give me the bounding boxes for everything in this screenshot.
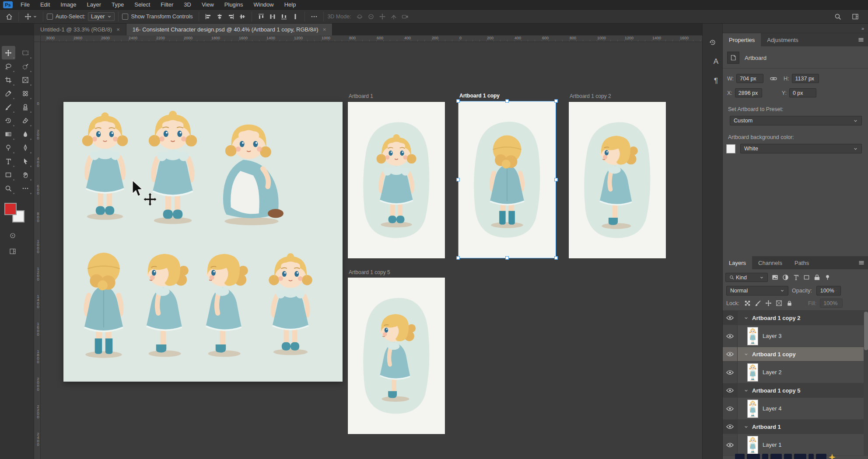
layer-name[interactable]: Layer 1 [763,442,781,448]
filter-shape-layers-button[interactable] [803,274,810,281]
layer-name[interactable]: Artboard 1 copy 2 [752,315,801,321]
menu-item[interactable]: File [15,0,35,10]
opacity-field[interactable]: 100% [816,286,841,296]
rectangular-marquee-tool[interactable] [19,46,32,59]
lock-image-pixels-button[interactable] [755,300,761,306]
align-right-edges-button[interactable] [225,12,237,21]
auto-select-checkbox[interactable] [47,14,53,20]
layer-thumbnail[interactable] [747,363,758,382]
auto-select-target-dropdown[interactable]: Layer [88,12,115,21]
visibility-eye-icon[interactable] [723,398,738,419]
filter-adjustment-layers-button[interactable] [782,274,789,281]
healing-brush-tool[interactable] [19,87,32,100]
character-panel[interactable]: A [706,55,719,68]
quick-selection-tool[interactable] [19,59,32,73]
menu-item[interactable]: Help [279,0,301,10]
3d-pan-button[interactable] [377,12,388,21]
history-brush-tool[interactable] [2,114,15,127]
lasso-tool[interactable] [2,59,15,73]
menu-item[interactable]: Select [129,0,155,10]
artboard-bg-color-swatch[interactable] [726,144,735,153]
layer-row[interactable]: Artboard 1 copy 2 [723,311,864,325]
panel-tab[interactable]: Adjustments [761,33,805,46]
layer-row[interactable]: Layer 4 [723,398,864,420]
distribute-top-edges-button[interactable] [256,12,267,21]
collapse-panels-icon[interactable]: » [861,26,864,31]
transform-handle[interactable] [554,178,558,181]
layer-row[interactable]: Artboard 1 copy 5 [723,383,864,398]
pen-tool[interactable] [19,141,32,154]
layer-name[interactable]: Layer 4 [763,405,781,412]
transform-handle[interactable] [554,256,558,260]
menu-item[interactable]: Window [248,0,279,10]
search-icon[interactable] [832,12,844,21]
scrollbar-thumb[interactable] [864,312,868,350]
filter-smart-objects-button[interactable] [814,274,820,281]
menu-item[interactable]: Type [106,0,129,10]
layer-name[interactable]: Artboard 1 [752,424,781,430]
layer-name[interactable]: Layer 3 [763,333,781,339]
align-left-edges-button[interactable] [203,12,214,21]
menu-item[interactable]: Filter [155,0,178,10]
layer-row[interactable]: Layer 3 [723,325,864,347]
home-button[interactable] [4,12,15,21]
artboard-label[interactable]: Artboard 1 copy 2 [570,93,611,99]
transform-handle[interactable] [505,256,509,260]
layer-name[interactable]: Layer 2 [763,369,781,376]
3d-slide-button[interactable] [388,12,399,21]
panel-menu-icon[interactable] [858,259,865,266]
chevron-down-icon[interactable] [744,424,749,429]
move-tool-preset[interactable] [22,12,39,21]
visibility-eye-icon[interactable] [723,383,738,397]
panel-tab[interactable]: Properties [723,33,761,46]
layer-thumbnail[interactable] [747,327,758,345]
clone-stamp-tool[interactable] [19,100,32,114]
screen-mode-button[interactable] [7,246,18,257]
align-horizontal-centers-button[interactable] [214,12,225,21]
lock-position-button[interactable] [765,300,772,306]
dodge-tool[interactable] [2,141,15,154]
rectangle-tool[interactable] [2,168,15,181]
artboard-1-copy-5[interactable] [348,278,445,434]
type-tool[interactable] [2,154,15,168]
transform-handle[interactable] [456,256,460,260]
more-align-options-button[interactable] [308,12,320,21]
menu-item[interactable]: Plugins [219,0,248,10]
transform-handle[interactable] [554,99,558,103]
artboard-label[interactable]: Artboard 1 [349,93,373,99]
layer-name[interactable]: Artboard 1 copy [752,351,796,358]
artboard-label[interactable]: Artboard 1 copy 5 [349,269,390,275]
history-panel[interactable] [706,36,719,49]
y-field[interactable]: 0 px [789,88,816,97]
align-vertical-centers-button[interactable] [237,12,248,21]
transform-handle[interactable] [505,99,509,103]
artboard-preset-dropdown[interactable]: Custom [730,116,862,125]
brush-tool[interactable] [2,100,15,114]
layer-filter-dropdown[interactable]: Kind [725,273,768,282]
transform-handle[interactable] [456,99,460,103]
distribute-bottom-edges-button[interactable] [278,12,290,21]
artboard-label[interactable]: Artboard 1 copy [459,93,500,99]
move-tool[interactable] [2,46,15,59]
lock-artboard-nesting-button[interactable] [776,300,782,306]
filter-pixel-layers-button[interactable] [772,274,778,281]
foreground-color-swatch[interactable] [4,203,17,215]
menu-item[interactable]: Edit [35,0,55,10]
layer-row[interactable]: Layer 1 [723,434,864,456]
layer-row[interactable]: Artboard 1 [723,420,864,434]
vertical-ruler[interactable]: 0200400600800100012001400160018002000220… [34,42,41,459]
layer-row[interactable]: Artboard 1 copy [723,347,864,362]
paragraph-panel[interactable]: ¶ [706,74,719,87]
distribute-horizontal-centers-button[interactable] [267,12,278,21]
panel-tab[interactable]: Channels [752,256,788,269]
eyedropper-tool[interactable] [2,87,15,100]
canvas-area[interactable]: 3000280026002400220020001800160014001200… [34,35,702,459]
layer-thumbnail[interactable] [747,436,758,454]
document-tab[interactable]: 16- Consistent Character design.psd @ 40… [126,24,332,35]
hand-tool[interactable] [19,168,32,181]
x-field[interactable]: 2896 px [735,88,762,97]
menu-item[interactable]: Image [55,0,81,10]
menu-item[interactable]: Layer [82,0,107,10]
ruler-origin-corner[interactable] [34,35,41,42]
workspace-switcher-icon[interactable] [850,12,861,21]
